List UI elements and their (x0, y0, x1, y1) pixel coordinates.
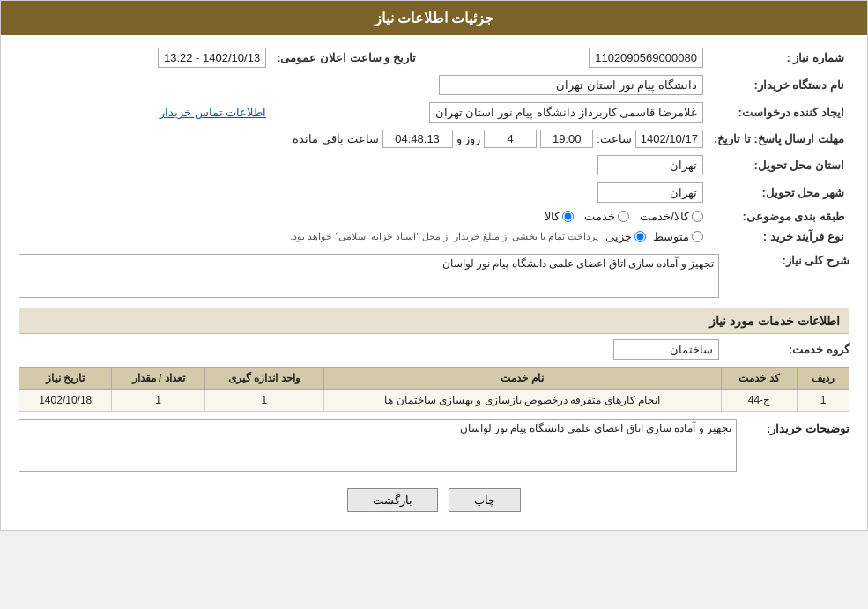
cell-code: ج-44 (721, 390, 798, 412)
category-kala-khadamat-radio[interactable] (692, 211, 703, 222)
process-desc: پرداخت تمام یا بخشی از مبلغ خریدار از مح… (290, 231, 598, 242)
deadline-time-label: ساعت: (597, 132, 632, 145)
need-number-label: شماره نیاز : (708, 44, 849, 71)
col-header-unit: واحد اندازه گیری (204, 368, 323, 390)
process-motavaset-option: متوسط (653, 230, 703, 243)
buyer-org-value: دانشگاه پیام نور استان تهران (439, 75, 703, 95)
deadline-time-value: 19:00 (540, 130, 593, 148)
deadline-remaining-value: 04:48:13 (382, 130, 453, 148)
col-header-row: ردیف (798, 368, 849, 390)
col-header-qty: تعداد / مقدار (112, 368, 204, 390)
page-header: جزئیات اطلاعات نیاز (1, 1, 867, 35)
services-table: ردیف کد خدمت نام خدمت واحد اندازه گیری ت… (19, 367, 849, 412)
services-section-title: اطلاعات خدمات مورد نیاز (19, 308, 849, 334)
category-kala-radio[interactable] (562, 211, 574, 222)
process-jozei-label: جزیی (605, 230, 632, 243)
creator-contact-link[interactable]: اطلاعات تماس خریدار (160, 106, 266, 119)
process-label: نوع فرآیند خرید : (708, 227, 849, 247)
category-khadamat-label: خدمت (584, 210, 615, 223)
category-kala-khadamat-label: کالا/خدمت (640, 210, 689, 223)
buyer-desc-value: تجهیز و آماده سازی اتاق اعضای علمی دانشگ… (460, 422, 731, 434)
announce-date-label: تاریخ و ساعت اعلان عمومی: (271, 44, 421, 71)
category-khadamat-option: خدمت (584, 210, 629, 223)
page-title: جزئیات اطلاعات نیاز (375, 11, 494, 26)
col-header-code: کد خدمت (721, 368, 798, 390)
category-khadamat-radio[interactable] (618, 211, 629, 222)
need-desc-value: تجهیز و آماده سازی اتاق اعضای علمی دانشگ… (442, 257, 714, 270)
info-table: شماره نیاز : 1102090569000080 تاریخ و سا… (19, 44, 849, 247)
buyer-org-label: نام دستگاه خریدار: (708, 71, 849, 99)
service-group-value: ساختمان (613, 339, 719, 360)
col-header-date: تاریخ نیاز (19, 368, 112, 390)
announce-date-value: 1402/10/13 - 13:22 (158, 48, 266, 68)
table-row: 1 ج-44 انجام کارهای متفرقه درخصوص بازساز… (19, 390, 849, 412)
creator-label: ایجاد کننده درخواست: (708, 99, 849, 126)
buyer-desc-label: توضیحات خریدار: (744, 419, 849, 435)
deadline-label: مهلت ارسال پاسخ: تا تاریخ: (708, 126, 849, 152)
back-button[interactable]: بازگشت (347, 488, 438, 512)
deadline-days-label: روز و (456, 132, 481, 145)
category-kala-label: کالا (545, 210, 560, 223)
province-value: تهران (597, 155, 703, 175)
category-kala-option: کالا (545, 210, 574, 223)
cell-qty: 1 (112, 390, 204, 412)
need-number-value: 1102090569000080 (589, 48, 703, 68)
creator-value: غلامرضا قاسمی کاربرداز دانشگاه پیام نور … (429, 102, 703, 123)
deadline-remaining-label: ساعت باقی مانده (293, 132, 378, 145)
deadline-days-value: 4 (484, 130, 537, 148)
category-kala-khadamat-option: کالا/خدمت (640, 210, 703, 223)
process-jozei-radio[interactable] (634, 231, 646, 242)
print-button[interactable]: چاپ (449, 488, 521, 512)
service-group-label: گروه خدمت: (726, 343, 849, 356)
process-motavaset-radio[interactable] (692, 231, 703, 242)
cell-name: انجام کارهای متفرقه درخصوص بازسازی و بهس… (323, 390, 721, 412)
cell-date: 1402/10/18 (19, 390, 112, 412)
process-motavaset-label: متوسط (653, 230, 689, 243)
province-label: استان محل تحویل: (708, 152, 849, 179)
process-jozei-option: جزیی (605, 230, 646, 243)
button-row: چاپ بازگشت (19, 488, 849, 512)
city-value: تهران (597, 182, 703, 203)
col-header-name: نام خدمت (323, 368, 721, 390)
category-label: طبقه بندی موضوعی: (708, 206, 849, 227)
cell-unit: 1 (204, 390, 323, 412)
deadline-date-value: 1402/10/17 (635, 130, 703, 148)
need-desc-label: شرح کلی نیاز: (726, 254, 849, 267)
cell-row: 1 (798, 390, 849, 412)
city-label: شهر محل تحویل: (708, 179, 849, 206)
